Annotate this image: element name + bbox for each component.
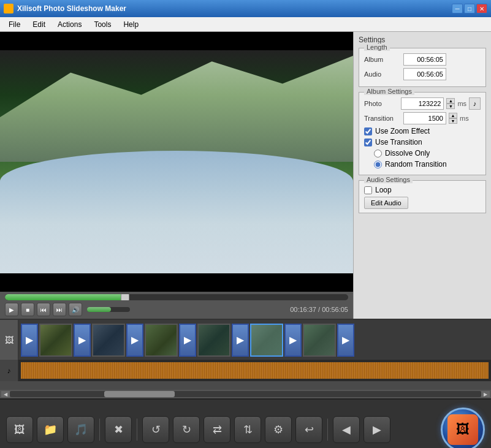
menu-actions[interactable]: Actions (51, 19, 88, 30)
title-bar: Xilisoft Photo Slideshow Maker ─ □ ✕ (0, 0, 491, 17)
photo-track: 🖼 ▶ ▶ ▶ ▶ ▶ ▶ ▶ (0, 320, 491, 360)
photo-spinner[interactable]: ▲ ▼ (446, 98, 455, 109)
photo-thumb-3[interactable] (145, 324, 178, 357)
zoom-effect-label: Use Zoom Effect (375, 127, 430, 135)
rotate-left-button[interactable]: ↺ (142, 416, 169, 443)
video-display (0, 32, 353, 292)
photo-thumb-4[interactable] (197, 324, 230, 357)
add-folder-button[interactable]: 📁 (37, 416, 64, 443)
back-button[interactable]: ◀ (333, 416, 360, 443)
playback-controls: ▶ ■ ⏮ ⏭ 🔊 00:16:37 / 00:56:05 (0, 302, 353, 319)
photo-thumb-1[interactable] (39, 324, 72, 357)
loop-checkbox[interactable] (364, 186, 372, 194)
scroll-thumb[interactable] (104, 391, 175, 397)
timeline-outer: 🖼 ▶ ▶ ▶ ▶ ▶ ▶ ▶ ♪ (0, 319, 491, 398)
forward-button[interactable]: ▶ (363, 416, 390, 443)
photo-thumb-2[interactable] (92, 324, 125, 357)
audio-settings-label: Audio Settings (364, 176, 413, 183)
logo-inner: 🖼 (447, 414, 478, 445)
add-photo-button[interactable]: 🖼 (6, 416, 33, 443)
horizontal-scrollbar: ◀ ▶ (0, 390, 491, 398)
transition-spinner[interactable]: ▲ ▼ (449, 113, 457, 124)
edit-audio-button[interactable]: Edit Audio (364, 197, 408, 209)
bottom-toolbar: 🖼 📁 🎵 ✖ ↺ ↻ ⇄ ⇅ ⚙ ↩ ◀ ▶ 🖼 (0, 398, 491, 448)
sort-button[interactable]: ⇅ (234, 416, 261, 443)
random-transition-radio[interactable] (374, 161, 382, 169)
close-button[interactable]: ✕ (476, 4, 487, 13)
album-label: Album (364, 56, 401, 63)
transition-spin-down[interactable]: ▼ (449, 118, 457, 124)
random-transition-row: Random Transition (374, 160, 481, 169)
next-button[interactable]: ⏭ (53, 303, 66, 316)
transition-arrow-4[interactable]: ▶ (232, 324, 249, 357)
maximize-button[interactable]: □ (464, 4, 475, 13)
volume-slider[interactable] (87, 307, 130, 312)
progress-thumb[interactable] (121, 294, 129, 300)
audio-length-input[interactable] (403, 68, 446, 80)
music-icon[interactable]: ♪ (469, 97, 481, 110)
volume-icon[interactable]: 🔊 (69, 303, 82, 316)
audio-settings-group: Audio Settings Loop Edit Audio (359, 180, 486, 213)
time-display: 00:16:37 / 00:56:05 (290, 306, 348, 313)
video-letterbox-top (0, 32, 353, 50)
photo-spin-down[interactable]: ▼ (446, 104, 455, 109)
app-icon (4, 4, 13, 13)
flip-button[interactable]: ⇄ (204, 416, 230, 443)
loop-label: Loop (375, 186, 392, 194)
undo-button[interactable]: ↩ (295, 416, 322, 443)
time-separator: / (316, 306, 322, 313)
scroll-right-arrow[interactable]: ▶ (481, 391, 490, 397)
transition-arrow-5[interactable]: ▶ (284, 324, 302, 357)
transition-arrow-1[interactable]: ▶ (74, 324, 91, 357)
transition-row: Transition ▲ ▼ ms (364, 112, 481, 124)
use-transition-label: Use Transition (375, 138, 422, 146)
photo-spin-up[interactable]: ▲ (446, 98, 455, 104)
use-transition-checkbox[interactable] (364, 139, 372, 146)
toolbar-separator-3 (327, 419, 328, 441)
menu-help[interactable]: Help (117, 19, 145, 30)
use-transition-row: Use Transition (364, 138, 481, 146)
zoom-effect-checkbox[interactable] (364, 127, 372, 135)
progress-bar[interactable] (5, 294, 348, 300)
transition-arrow-0[interactable]: ▶ (21, 324, 38, 357)
menu-bar: File Edit Actions Tools Help (0, 17, 491, 32)
delete-button[interactable]: ✖ (105, 416, 132, 443)
add-music-button[interactable]: 🎵 (67, 416, 94, 443)
photo-unit: ms (457, 100, 466, 107)
audio-waveform (21, 362, 489, 379)
length-group: Length Album Audio (359, 48, 486, 87)
transition-input[interactable] (403, 112, 446, 124)
effects-button[interactable]: ⚙ (265, 416, 292, 443)
toolbar-separator-1 (99, 419, 100, 441)
menu-tools[interactable]: Tools (88, 19, 117, 30)
prev-button[interactable]: ⏮ (37, 303, 50, 316)
album-length-input[interactable] (403, 53, 446, 66)
progress-area (0, 292, 353, 302)
audio-track-symbol: ♪ (7, 366, 11, 375)
rotate-right-button[interactable]: ↻ (173, 416, 200, 443)
transition-arrow-2[interactable]: ▶ (126, 324, 143, 357)
app-logo: 🖼 (441, 408, 485, 448)
transition-spin-up[interactable]: ▲ (449, 113, 457, 118)
transition-arrow-6[interactable]: ▶ (337, 324, 354, 357)
photo-thumb-5[interactable] (250, 324, 283, 357)
transition-arrow-3[interactable]: ▶ (179, 324, 196, 357)
video-column: ▶ ■ ⏮ ⏭ 🔊 00:16:37 / 00:56:05 (0, 32, 353, 319)
photo-input[interactable] (401, 97, 444, 110)
scroll-left-arrow[interactable]: ◀ (1, 391, 10, 397)
audio-track-icon: ♪ (0, 360, 18, 381)
photo-label: Photo (364, 100, 398, 107)
stop-button[interactable]: ■ (21, 303, 34, 316)
volume-fill (87, 307, 111, 312)
menu-edit[interactable]: Edit (26, 19, 51, 30)
menu-file[interactable]: File (2, 19, 26, 30)
play-button[interactable]: ▶ (5, 303, 18, 316)
dissolve-only-radio[interactable] (374, 150, 382, 158)
video-mountain (0, 50, 353, 162)
dissolve-only-label: Dissolve Only (385, 149, 430, 158)
app-title: Xilisoft Photo Slideshow Maker (17, 4, 126, 13)
audio-length-row: Audio (364, 68, 481, 80)
photo-thumb-6[interactable] (303, 324, 336, 357)
scroll-track[interactable] (10, 391, 481, 397)
minimize-button[interactable]: ─ (452, 4, 463, 13)
